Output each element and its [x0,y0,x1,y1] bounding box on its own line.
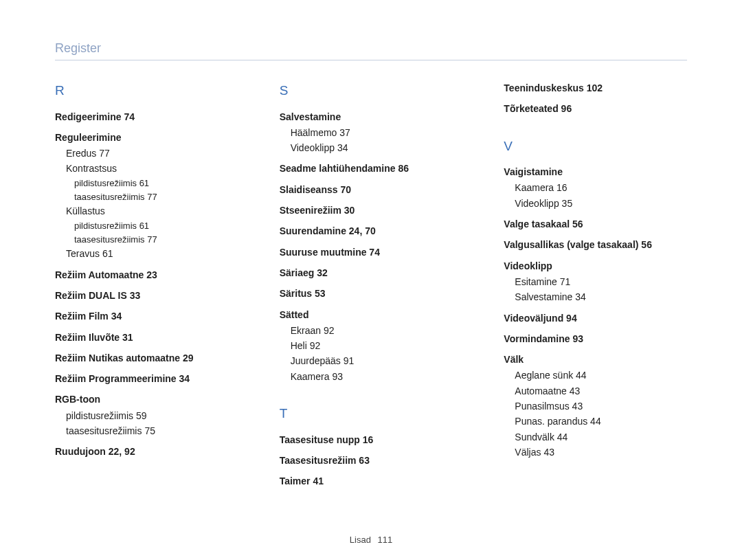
page-ref: 92 [310,340,321,351]
index-entry: Stseenirežiim 30 [280,203,463,217]
page-ref: 63 [359,455,370,466]
page-ref: 43 [572,401,583,412]
index-sub-entry: Videoklipp 34 [291,141,463,155]
page-ref: 44 [590,416,601,427]
index-main-entry: Režiim Film 34 [55,309,238,323]
index-main-entry: Välk [504,352,687,366]
index-entry: ReguleerimineEredus 77Kontrastsuspildist… [55,131,238,261]
index-entry: SättedEkraan 92Heli 92Juurdepääs 91Kaame… [280,308,463,383]
index-entry: Režiim Film 34 [55,309,238,323]
page-ref: 77 [99,148,110,159]
page-ref: 93 [332,371,343,382]
index-main-entry: Suuruse muutmine 74 [280,245,463,259]
index-sub-entry: Sundvälk 44 [515,430,687,444]
page-ref: 75 [144,425,155,436]
page-ref: 34 [111,311,122,322]
page-ref: 41 [313,475,324,486]
index-main-entry: Ruudujoon 22, 92 [55,445,238,458]
page-ref: 37 [339,127,350,138]
page-ref: 30 [344,205,355,216]
index-main-entry: Režiim Iluvõte 31 [55,331,238,344]
index-sub-entry: Salvestamine 34 [515,290,687,304]
index-main-entry: Vaigistamine [504,165,687,179]
index-entry: Teeninduskeskus 102 [504,81,687,95]
index-main-entry: Säriaeg 32 [280,266,463,280]
index-entry: Taimer 41 [280,474,463,488]
index-entry: VideoklippEsitamine 71Salvestamine 34 [504,259,687,304]
page-ref: 34 [179,373,190,384]
page-ref: 93 [572,333,583,344]
page-ref: 94 [566,313,577,324]
index-sub-entry: Videoklipp 35 [515,197,687,210]
page-ref: 74 [124,111,135,122]
index-columns: RRedigeerimine 74ReguleerimineEredus 77K… [55,81,687,495]
index-main-entry: Teeninduskeskus 102 [504,81,687,95]
page-ref: 71 [560,276,571,287]
page-ref: 43 [570,385,581,396]
page-ref: 56 [572,219,583,229]
page-ref: 102 [587,82,603,93]
index-sub-entry: Häälmemo 37 [291,126,463,139]
index-main-entry: Vormindamine 93 [504,332,687,346]
index-main-entry: Videoklipp [504,259,687,273]
page-footer: Lisad 111 [0,535,742,545]
index-entry: Slaidiseanss 70 [280,183,463,197]
index-entry: Säriaeg 32 [280,266,463,280]
index-entry: Seadme lahtiühendamine 86 [280,161,463,175]
index-sub-entry: Heli 92 [291,339,463,352]
page-ref: 86 [398,163,409,174]
index-entry: Režiim Programmeerimine 34 [55,372,238,385]
index-main-entry: Seadme lahtiühendamine 86 [280,161,463,175]
page-ref: 31 [122,332,133,343]
index-main-entry: Tõrketeated 96 [504,102,687,115]
index-main-entry: Redigeerimine 74 [55,110,238,124]
index-sub-entry: Kaamera 93 [291,370,463,383]
page-ref: 23 [146,269,157,280]
index-sub-entry: taasesitusrežiimis 75 [66,424,238,438]
index-column: RRedigeerimine 74ReguleerimineEredus 77K… [55,81,238,495]
index-entry: SalvestamineHäälmemo 37Videoklipp 34 [280,110,463,155]
index-entry: Taasesituse nupp 16 [280,433,463,447]
index-sub-entry: Väljas 43 [515,445,687,459]
page-ref: 33 [130,290,141,301]
page-ref: 53 [315,288,326,299]
page-ref: 24, 70 [349,225,376,236]
index-main-entry: Videoväljund 94 [504,311,687,325]
page-ref: 74 [369,247,380,258]
page-ref: 34 [575,291,586,302]
page-ref: 92 [324,325,335,336]
index-letter-heading: T [280,404,463,423]
index-entry: Säritus 53 [280,287,463,300]
index-sub-entry: Aeglane sünk 44 [515,368,687,382]
page-ref: 16 [363,434,374,445]
index-entry: Režiim Automaatne 23 [55,268,238,282]
index-subsub-entry: pildistusrežiimis 61 [74,177,238,190]
index-entry: VaigistamineKaamera 16Videoklipp 35 [504,165,687,210]
index-main-entry: Valge tasakaal 56 [504,217,687,231]
index-letter-heading: R [55,81,238,100]
index-column: Teeninduskeskus 102Tõrketeated 96VVaigis… [504,81,687,495]
index-sub-entry: Teravus 61 [66,247,238,260]
index-main-entry: Taimer 41 [280,474,463,488]
page-ref: 70 [340,184,351,195]
index-entry: Ruudujoon 22, 92 [55,445,238,458]
index-main-entry: Säritus 53 [280,287,463,300]
index-sub-entry: Kontrastsus [66,161,238,175]
page-ref: 29 [183,352,194,363]
index-sub-entry: Punas. parandus 44 [515,414,687,428]
page-ref: 91 [344,355,355,366]
index-entry: Režiim DUAL IS 33 [55,289,238,302]
index-sub-entry: Küllastus [66,204,238,218]
index-subsub-entry: pildistusrežiimis 61 [74,220,238,233]
index-entry: Valge tasakaal 56 [504,217,687,231]
page-ref: 44 [557,432,568,443]
index-sub-entry: pildistusrežiimis 59 [66,409,238,423]
page-ref: 35 [562,198,573,209]
index-main-entry: Režiim Programmeerimine 34 [55,372,238,385]
index-main-entry: Režiim Automaatne 23 [55,268,238,282]
index-letter-heading: S [280,81,463,100]
page-ref: 59 [136,410,147,421]
index-main-entry: Režiim DUAL IS 33 [55,289,238,302]
index-subsub-entry: taasesitusrežiimis 77 [74,234,238,247]
page-ref: 44 [576,370,587,381]
